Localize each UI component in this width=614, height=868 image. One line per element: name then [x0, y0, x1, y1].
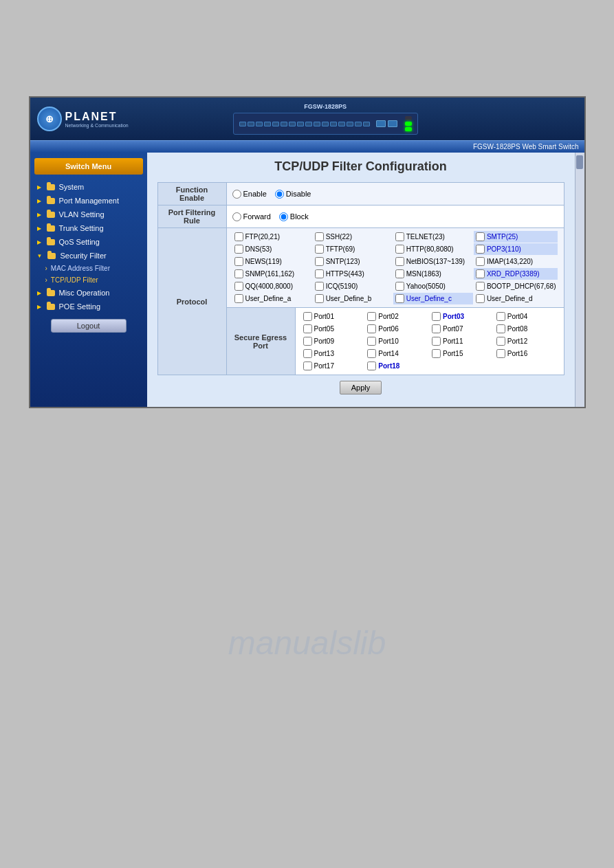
sidebar-item-poe-setting[interactable]: ▶ POE Setting — [30, 300, 147, 313]
port-checkbox[interactable] — [303, 337, 312, 346]
protocol-label: SSH(22) — [326, 233, 352, 241]
port-checkbox[interactable] — [303, 349, 312, 358]
sidebar: Switch Menu ▶ System ▶ Port Management ▶… — [30, 153, 147, 407]
port-checkbox[interactable] — [496, 324, 505, 333]
logout-button[interactable]: Logout — [51, 319, 127, 333]
protocol-item: SMTP(25) — [474, 231, 558, 243]
port-checkbox[interactable] — [496, 337, 505, 346]
disable-option[interactable]: Disable — [275, 190, 311, 199]
folder-icon — [47, 225, 55, 232]
protocol-checkbox[interactable] — [315, 245, 324, 254]
protocol-checkbox[interactable] — [395, 282, 404, 291]
port-label: Port10 — [378, 337, 398, 345]
port-item: Port04 — [494, 311, 558, 322]
sidebar-item-vlan-setting[interactable]: ▶ VLAN Setting — [30, 208, 147, 221]
function-enable-options: Enable Disable — [232, 190, 558, 199]
block-option[interactable]: Block — [279, 212, 309, 221]
sidebar-item-security-filter[interactable]: ▼ Security Filter — [30, 249, 147, 263]
protocol-checkbox[interactable] — [315, 282, 324, 291]
protocol-item: ICQ(5190) — [313, 280, 393, 292]
port-checkbox[interactable] — [303, 361, 312, 370]
protocol-grid: FTP(20,21)SSH(22)TELNET(23)SMTP(25)DNS(5… — [232, 231, 558, 304]
protocol-label: ICQ(5190) — [326, 282, 358, 290]
port-checkbox[interactable] — [432, 324, 441, 333]
forward-option[interactable]: Forward — [232, 212, 271, 221]
protocol-checkbox[interactable] — [476, 257, 485, 266]
sidebar-item-misc-operation[interactable]: ▶ Misc Operation — [30, 286, 147, 300]
sidebar-item-qos-setting[interactable]: ▶ QoS Setting — [30, 235, 147, 249]
protocol-checkbox[interactable] — [476, 245, 485, 254]
protocol-checkbox[interactable] — [234, 294, 243, 303]
protocol-checkbox[interactable] — [315, 269, 324, 278]
protocol-checkbox[interactable] — [234, 269, 243, 278]
disable-radio[interactable] — [275, 190, 284, 199]
protocol-label: BOOTP_DHCP(67,68) — [487, 282, 556, 290]
protocol-checkbox[interactable] — [234, 282, 243, 291]
port-checkbox[interactable] — [367, 312, 376, 321]
protocol-checkbox[interactable] — [395, 245, 404, 254]
protocol-checkbox[interactable] — [234, 245, 243, 254]
block-radio[interactable] — [279, 212, 288, 221]
port — [281, 122, 287, 126]
port-grid: Port01Port02Port03Port04Port05Port06Port… — [301, 311, 558, 372]
scrollbar[interactable] — [575, 153, 584, 407]
sidebar-item-system[interactable]: ▶ System — [30, 180, 147, 194]
protocol-item: SNTP(123) — [313, 256, 393, 267]
port-checkbox[interactable] — [367, 337, 376, 346]
sfp-port — [388, 120, 397, 127]
protocol-checkbox[interactable] — [234, 232, 243, 241]
port-label: Port08 — [507, 325, 527, 333]
apply-button[interactable]: Apply — [340, 381, 382, 394]
sidebar-item-port-management[interactable]: ▶ Port Management — [30, 194, 147, 208]
port-checkbox[interactable] — [303, 324, 312, 333]
sidebar-item-trunk-setting[interactable]: ▶ Trunk Setting — [30, 221, 147, 235]
protocol-label: TFTP(69) — [326, 245, 355, 253]
enable-radio[interactable] — [232, 190, 241, 199]
protocol-checkbox[interactable] — [395, 294, 404, 303]
protocol-label: TELNET(23) — [406, 233, 445, 241]
planet-logo-icon: ⊕ — [37, 107, 62, 131]
protocol-checkbox[interactable] — [476, 294, 485, 303]
port-checkbox[interactable] — [496, 349, 505, 358]
protocol-label: NetBIOS(137~139) — [406, 258, 465, 265]
port-checkbox[interactable] — [432, 349, 441, 358]
port-checkbox[interactable] — [367, 361, 376, 370]
protocol-checkbox[interactable] — [395, 257, 404, 266]
sidebar-sub-item-tcp-filter[interactable]: › TCP/UDP Filter — [30, 274, 147, 286]
protocol-item: FTP(20,21) — [232, 231, 312, 243]
protocol-item: SNMP(161,162) — [232, 268, 312, 280]
port-item: Port09 — [301, 335, 365, 347]
sidebar-label-misc: Misc Operation — [59, 289, 110, 297]
port-checkbox[interactable] — [496, 312, 505, 321]
protocol-checkbox[interactable] — [476, 269, 485, 278]
port-checkbox[interactable] — [303, 312, 312, 321]
enable-option[interactable]: Enable — [232, 190, 267, 199]
sidebar-label-security: Security Filter — [60, 252, 106, 260]
port-item: Port10 — [365, 335, 429, 347]
port-checkbox[interactable] — [367, 324, 376, 333]
port-checkbox[interactable] — [432, 337, 441, 346]
protocol-checkbox[interactable] — [234, 257, 243, 266]
secure-egress-cell: Port01Port02Port03Port04Port05Port06Port… — [295, 308, 564, 375]
protocol-checkbox[interactable] — [315, 257, 324, 266]
port — [314, 122, 320, 126]
sidebar-sub-item-mac-filter[interactable]: › MAC Address Filter — [30, 263, 147, 274]
port-item: Port07 — [430, 323, 494, 335]
forward-radio[interactable] — [232, 212, 241, 221]
protocol-checkbox[interactable] — [476, 232, 485, 241]
port-checkbox[interactable] — [432, 312, 441, 321]
protocol-item: HTTP(80,8080) — [393, 243, 473, 255]
folder-icon — [47, 212, 55, 218]
scroll-thumb[interactable] — [576, 155, 583, 169]
port-label: Port15 — [443, 350, 463, 357]
block-label: Block — [290, 212, 309, 221]
protocol-header: Protocol — [157, 228, 226, 375]
protocol-checkbox[interactable] — [395, 269, 404, 278]
protocol-checkbox[interactable] — [315, 294, 324, 303]
port-checkbox[interactable] — [367, 349, 376, 358]
protocol-checkbox[interactable] — [315, 232, 324, 241]
protocol-checkbox[interactable] — [395, 232, 404, 241]
watermark: manualslib — [228, 624, 386, 662]
port — [248, 122, 254, 126]
protocol-checkbox[interactable] — [476, 282, 485, 291]
